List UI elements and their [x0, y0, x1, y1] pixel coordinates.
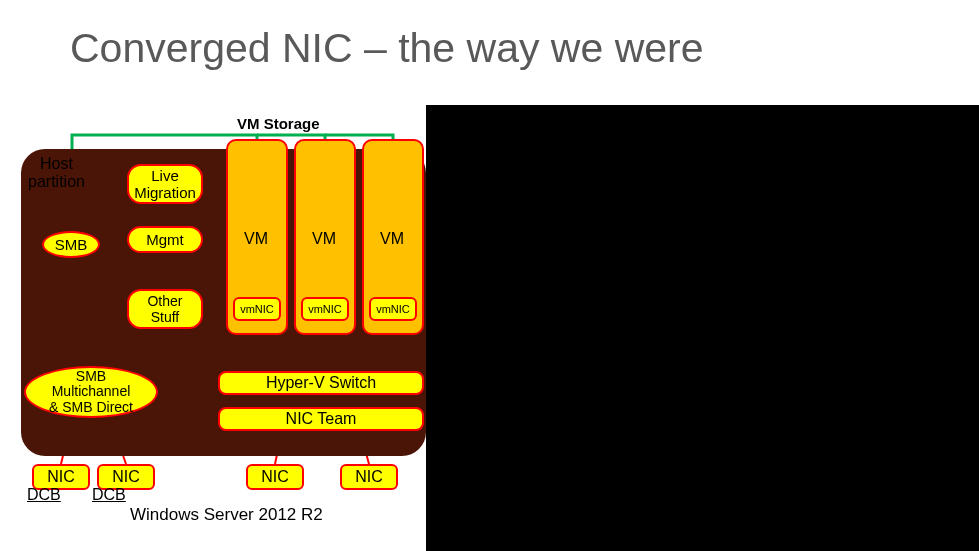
dcb-label-2: DCB — [92, 486, 126, 504]
smb-box: SMB — [42, 231, 100, 258]
other-stuff-box: OtherStuff — [127, 289, 203, 329]
nic-team-bar: NIC Team — [218, 407, 424, 431]
dcb-label-1: DCB — [27, 486, 61, 504]
nic-box-4: NIC — [340, 464, 398, 490]
vmnic-2: vmNIC — [301, 297, 349, 321]
vmnic-1: vmNIC — [233, 297, 281, 321]
black-panel — [426, 105, 979, 551]
vm-label-3: VM — [362, 230, 422, 248]
host-partition-label: Hostpartition — [28, 155, 85, 191]
mgmt-box: Mgmt — [127, 226, 203, 253]
vmnic-3: vmNIC — [369, 297, 417, 321]
vm-label-1: VM — [226, 230, 286, 248]
nic-box-3: NIC — [246, 464, 304, 490]
live-migration-box: LiveMigration — [127, 164, 203, 204]
smb-multichannel-box: SMBMultichannel& SMB Direct — [24, 366, 158, 418]
os-caption: Windows Server 2012 R2 — [130, 505, 323, 525]
slide-title: Converged NIC – the way we were — [70, 25, 704, 72]
vm-label-2: VM — [294, 230, 354, 248]
hyperv-switch-bar: Hyper-V Switch — [218, 371, 424, 395]
vm-storage-label: VM Storage — [237, 115, 320, 132]
